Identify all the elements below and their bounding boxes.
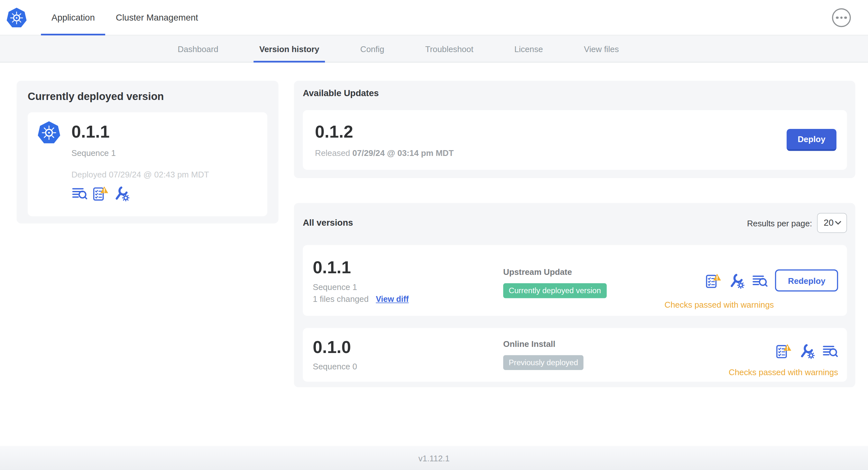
preflight-checks-warning-icon[interactable] — [776, 343, 792, 359]
top-bar: Application Cluster Management — [0, 0, 868, 35]
version-source-label: Online Install — [503, 339, 729, 348]
logs-icon[interactable] — [71, 185, 88, 201]
main-content: Currently deployed version 0.1.1 Sequenc… — [0, 62, 868, 445]
status-badge-currently-deployed: Currently deployed version — [503, 283, 607, 298]
version-row-0-1-1: 0.1.1 Sequence 1 1 files changed View di… — [303, 245, 847, 316]
deploy-button[interactable]: Deploy — [786, 129, 836, 151]
current-version-sequence: Sequence 1 — [71, 148, 209, 158]
status-badge-previously-deployed: Previously deployed — [503, 355, 584, 370]
logs-icon[interactable] — [752, 272, 768, 289]
config-wrench-icon[interactable] — [799, 343, 815, 359]
preflight-status-text: Checks passed with warnings — [664, 300, 774, 309]
row-version-sequence: Sequence 0 — [313, 362, 503, 371]
preflight-checks-warning-icon[interactable] — [706, 272, 722, 289]
results-per-page-value: 20 — [824, 218, 834, 228]
config-wrench-icon[interactable] — [114, 185, 130, 201]
view-diff-link[interactable]: View diff — [376, 295, 409, 303]
row-version-sequence: Sequence 1 — [313, 282, 503, 292]
files-changed-label: 1 files changed — [313, 294, 369, 303]
available-updates-title: Available Updates — [303, 89, 847, 98]
available-updates-card: Available Updates 0.1.2 Released 07/29/2… — [294, 81, 856, 178]
subnav-tab-dashboard[interactable]: Dashboard — [172, 35, 224, 62]
console-version-text: v1.112.1 — [418, 453, 450, 463]
update-released-line: Released 07/29/24 @ 03:14 pm MDT — [315, 148, 454, 158]
tab-application[interactable]: Application — [41, 0, 105, 35]
tab-cluster-management[interactable]: Cluster Management — [105, 0, 209, 35]
config-wrench-icon[interactable] — [729, 272, 745, 289]
currently-deployed-inner-card: 0.1.1 Sequence 1 Deployed 07/29/24 @ 02:… — [28, 112, 267, 216]
app-subnav: Dashboard Version history Config Trouble… — [0, 35, 868, 62]
row-version-number: 0.1.0 — [313, 338, 503, 357]
preflight-checks-warning-icon[interactable] — [92, 185, 108, 201]
logs-icon[interactable] — [822, 343, 838, 359]
current-version-deployed-timestamp: Deployed 07/29/24 @ 02:43 pm MDT — [71, 170, 209, 179]
tab-cluster-management-label: Cluster Management — [116, 12, 198, 23]
subnav-tab-license[interactable]: License — [509, 35, 549, 62]
tab-application-label: Application — [52, 12, 95, 23]
currently-deployed-card: Currently deployed version 0.1.1 Sequenc… — [17, 81, 279, 224]
results-per-page-select[interactable]: 20 — [817, 213, 847, 233]
available-update-row: 0.1.2 Released 07/29/24 @ 03:14 pm MDT D… — [303, 110, 847, 170]
subnav-tab-troubleshoot[interactable]: Troubleshoot — [420, 35, 479, 62]
all-versions-card: All versions Results per page: 20 0.1.1 … — [294, 203, 856, 387]
subnav-tab-view-files[interactable]: View files — [579, 35, 624, 62]
more-menu-button[interactable] — [832, 8, 851, 27]
admin-console-page: Application Cluster Management Dashboard… — [0, 0, 868, 470]
row-version-number: 0.1.1 — [313, 259, 503, 277]
version-source-label: Upstream Update — [503, 267, 664, 276]
released-timestamp: 07/29/24 @ 03:14 pm MDT — [352, 148, 454, 158]
all-versions-title: All versions — [303, 218, 353, 228]
console-footer: v1.112.1 — [0, 446, 868, 470]
current-version-number: 0.1.1 — [71, 120, 209, 144]
kubernetes-logo-icon — [5, 6, 28, 29]
top-tabs: Application Cluster Management — [41, 0, 209, 35]
version-row-0-1-0: 0.1.0 Sequence 0 Online Install Previous… — [303, 328, 847, 381]
preflight-status-text: Checks passed with warnings — [729, 367, 838, 377]
results-per-page-label: Results per page: — [747, 218, 812, 228]
ellipsis-icon — [836, 16, 839, 19]
subnav-tab-version-history[interactable]: Version history — [254, 35, 325, 62]
redeploy-button[interactable]: Redeploy — [775, 269, 838, 292]
app-kubernetes-logo-icon — [37, 120, 61, 146]
subnav-tab-config[interactable]: Config — [355, 35, 390, 62]
right-column: Available Updates 0.1.2 Released 07/29/2… — [294, 81, 856, 387]
currently-deployed-title: Currently deployed version — [28, 91, 267, 103]
released-label: Released — [315, 148, 350, 158]
chevron-down-icon — [835, 221, 842, 225]
update-version-number: 0.1.2 — [315, 122, 454, 142]
